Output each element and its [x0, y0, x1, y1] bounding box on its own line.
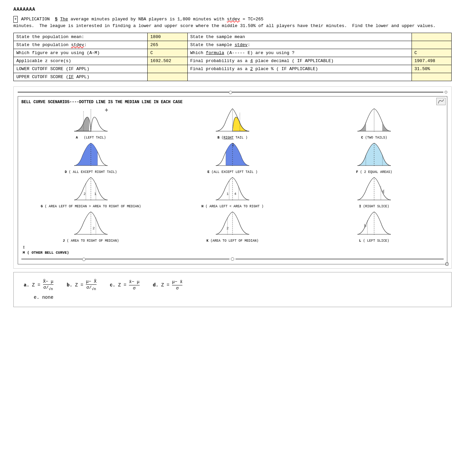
formula-a-z: Z: [32, 282, 35, 288]
page-title: AAAAAAA: [13, 7, 452, 12]
formula-row-main: a. Z = X̄− μ σ/√n b. Z = μ− X̄ σ/√n c. Z…: [24, 279, 441, 291]
pop-mean-label: State the population mean:: [14, 33, 148, 41]
table-row: Applicable z score(s) 1692.502 Final pro…: [14, 57, 452, 65]
bell-row-2: D ( ALL EXCEPT RIGHT TAIL): [21, 142, 444, 174]
curve-a-label: A (LEFT TAIL): [76, 136, 106, 140]
sample-stdev-label: State the sample stdev:: [187, 41, 412, 49]
curve-e-label: E (ALL EXCEPT LEFT TAIL ): [207, 170, 258, 174]
bell-row-4: 2 J ( AREA TO RIGHT OF MEDIAN) 2: [21, 211, 444, 243]
app-number: 5: [55, 17, 57, 22]
formula-c-letter: c.: [110, 282, 116, 288]
curve-single-i: I: [21, 245, 444, 249]
formula-a-fraction: X̄− μ σ/√n: [43, 279, 53, 291]
diagram-title: BELL CURVE SCENARIOS----DOTTED LINE IS T…: [21, 100, 444, 104]
stdev-word: stdev: [227, 17, 240, 22]
formula-b: b. Z = μ− X̄ σ/√n: [67, 279, 97, 291]
upper-cutoff-value: [148, 73, 187, 81]
formula-value: C: [412, 49, 452, 57]
empty-right-label: [187, 73, 412, 81]
formula-d-letter: d.: [153, 282, 159, 288]
curve-c-label: C (TWO TAILS): [361, 136, 387, 140]
formula-b-z: Z: [75, 282, 78, 288]
bell-row-3: 2 1 G ( AREA LEFT OF MEDIAN > AREA TO RI…: [21, 177, 444, 208]
prob2-label: Final probability as a 2 place % ( IF AP…: [187, 65, 412, 73]
formula-d-numer: μ− x̄: [172, 279, 182, 285]
table-row: LOWER CUTOFF SCORE (IF APPL) Final proba…: [14, 65, 452, 73]
pop-mean-value: 1800: [148, 33, 187, 41]
application-text: + APPLICATION 5 The average minutes play…: [13, 16, 452, 29]
sample-stdev-value: [412, 41, 452, 49]
figure-label: Which figure are you using (A–M): [14, 49, 148, 57]
curve-f-label: F ( 2 EQUAL AREAS): [356, 170, 392, 174]
curve-h: 1 4 H ( AREA LEFT < AREA TO RIGHT ): [163, 177, 302, 208]
curve-l-label: L ( LEFT SLICE): [359, 239, 389, 243]
formula-b-letter: b.: [67, 282, 72, 288]
formula-d-eq: =: [167, 282, 169, 288]
curve-h-label: H ( AREA LEFT < AREA TO RIGHT ): [201, 205, 264, 208]
formula-d-fraction: μ− x̄ σ: [172, 279, 182, 291]
data-table: State the population mean: 1800 State th…: [13, 33, 452, 81]
curve-l: L ( LEFT SLICE): [305, 211, 444, 243]
prob4-value: 1907.498: [412, 57, 452, 65]
formula-a-numer: X̄− μ: [43, 279, 53, 285]
svg-text:1: 1: [226, 192, 229, 196]
curve-j: 2 J ( AREA TO RIGHT OF MEDIAN): [21, 211, 160, 243]
empty-right-value: [412, 73, 452, 81]
diagram-inner: BELL CURVE SCENARIOS----DOTTED LINE IS T…: [14, 87, 451, 268]
formula-b-fraction: μ− X̄ σ/√n: [86, 279, 96, 291]
curve-a: A (LEFT TAIL): [21, 108, 160, 140]
figure-value: C: [148, 49, 187, 57]
formula-a: a. Z = X̄− μ σ/√n: [24, 279, 53, 291]
table-row: State the population stdev: 265 State th…: [14, 41, 452, 49]
curve-k: 2 K (AREA TO LEFT OF MEDIAN): [163, 211, 302, 243]
formula-a-letter: a.: [24, 282, 29, 288]
chart-icon[interactable]: [436, 98, 446, 105]
formula-b-denom: σ/√n: [87, 285, 96, 291]
svg-text:2: 2: [84, 192, 86, 196]
curve-e: I E (ALL EXCEPT LEFT TAIL ): [163, 142, 302, 174]
formula-b-eq: =: [81, 282, 83, 288]
resize-handle[interactable]: [446, 263, 448, 265]
pop-stdev-label: State the population stdev:: [14, 41, 148, 49]
prob4-label: Final probability as a 4 place decimal (…: [187, 57, 412, 65]
cursor-indicator: ✛: [105, 106, 108, 113]
curve-c: C (TWO TAILS): [305, 108, 444, 140]
diagram-container: BELL CURVE SCENARIOS----DOTTED LINE IS T…: [13, 86, 452, 269]
curve-i-label: I (RIGHT SLICE): [359, 205, 389, 208]
formula-box: a. Z = X̄− μ σ/√n b. Z = μ− X̄ σ/√n c. Z…: [13, 272, 452, 307]
bell-row-1: A (LEFT TAIL): [21, 108, 444, 140]
zscore-value: 1692.502: [148, 57, 187, 65]
curve-d-label: D ( ALL EXCEPT RIGHT TAIL): [65, 170, 117, 174]
diagram-box: BELL CURVE SCENARIOS----DOTTED LINE IS T…: [18, 96, 447, 264]
formula-c: c. Z = x̄− μ σ: [110, 279, 140, 291]
formula-c-z: Z: [118, 282, 121, 288]
formula-d: d. Z = μ− x̄ σ: [153, 279, 183, 291]
pop-stdev-value: 265: [148, 41, 187, 49]
svg-marker-51: [364, 224, 367, 228]
table-row: UPPER CUTOFF SCORE (IF APPL): [14, 73, 452, 81]
svg-text:2: 2: [93, 226, 95, 230]
formula-label: Which formula (A----- E) are you using ?: [187, 49, 412, 57]
upper-cutoff-label: UPPER CUTOFF SCORE (IF APPL): [14, 73, 148, 81]
the-word: The: [60, 17, 68, 22]
table-row: State the population mean: 1800 State th…: [14, 33, 452, 41]
curve-d: D ( ALL EXCEPT RIGHT TAIL): [21, 142, 160, 174]
formula-a-eq: =: [37, 282, 40, 288]
expand-icon[interactable]: +: [13, 16, 18, 23]
svg-text:4: 4: [234, 192, 237, 196]
svg-text:1: 1: [94, 192, 97, 196]
formula-none: e. none: [34, 295, 441, 300]
curve-b-label: B (RIGHT TAIL ): [217, 136, 248, 140]
formula-c-denom: σ: [133, 285, 136, 291]
curve-k-label: K (AREA TO LEFT OF MEDIAN): [206, 239, 259, 243]
curve-i: I (RIGHT SLICE): [305, 177, 444, 208]
curve-g-label: G ( AREA LEFT OF MEDIAN > AREA TO RIGHT …: [41, 205, 141, 208]
lower-cutoff-label: LOWER CUTOFF SCORE (IF APPL): [14, 65, 148, 73]
table-row: Which figure are you using (A–M) C Which…: [14, 49, 452, 57]
formula-d-z: Z: [161, 282, 164, 288]
curve-j-label: J ( AREA TO RIGHT OF MEDIAN): [63, 239, 119, 243]
curve-g: 2 1 G ( AREA LEFT OF MEDIAN > AREA TO RI…: [21, 177, 160, 208]
prob2-value: 31.50%: [412, 65, 452, 73]
formula-d-denom: σ: [176, 285, 179, 291]
curve-f: F ( 2 EQUAL AREAS): [305, 142, 444, 174]
